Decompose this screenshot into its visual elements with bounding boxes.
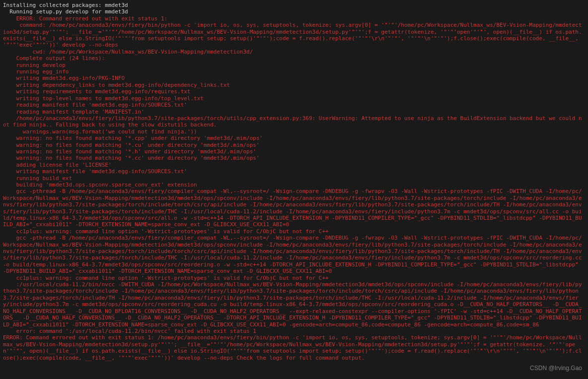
terminal-line: adding license file 'LICENSE' — [3, 162, 585, 168]
terminal-line: cc1plus: warning: command line option '-… — [3, 228, 585, 235]
terminal-line: cwd: /home/pc/Workspace/Nullmax_ws/BEV-V… — [3, 49, 585, 55]
terminal-line: gcc -pthread -B /home/pc/anaconda3/envs/… — [3, 188, 585, 228]
terminal-line: running build_ext — [3, 175, 585, 182]
terminal-line: writing manifest file 'mmdet3d.egg-info/… — [3, 168, 585, 175]
terminal-line: warnings.warn(msg.format('we could not f… — [3, 128, 585, 135]
terminal-line: running develop — [3, 62, 585, 68]
terminal-line: cc1plus: warning: command line option '-… — [3, 275, 585, 281]
terminal-line: warning: no files found matching '*.cpp'… — [3, 135, 585, 141]
terminal-line: writing requirements to mmdet3d.egg-info… — [3, 88, 585, 95]
terminal-line: Complete output (24 lines): — [3, 55, 585, 62]
terminal-line: command: /home/pc/anaconda3/envs/fiery/b… — [3, 22, 585, 49]
terminal-line: writing dependency_links to mmdet3d.egg-… — [3, 82, 585, 88]
terminal-line: Running setup.py develop for mmdet3d — [3, 8, 585, 15]
terminal-line: reading manifest file 'mmdet3d.egg-info/… — [3, 102, 585, 108]
terminal-line: warning: no files found matching '*.cc' … — [3, 155, 585, 161]
terminal-line: warning: no files found matching '*.cu' … — [3, 142, 585, 148]
terminal-line: writing top-level names to mmdet3d.egg-i… — [3, 95, 585, 102]
terminal-line: ERROR: Command errored out with exit sta… — [3, 15, 585, 22]
watermark-text: CSDN @Irving.Gao — [530, 365, 582, 372]
terminal-line: Installing collected packages: mmdet3d — [3, 2, 585, 8]
terminal-line: /home/pc/anaconda3/envs/fiery/lib/python… — [3, 115, 585, 128]
terminal-line: building 'mmdet3d.ops.spconv.sparse_conv… — [3, 182, 585, 188]
terminal-line: warning: no files found matching '*.h' u… — [3, 148, 585, 155]
terminal-line: reading manifest template 'MANIFEST.in' — [3, 109, 585, 115]
terminal-line: gcc -pthread -B /home/pc/anaconda3/envs/… — [3, 235, 585, 274]
terminal-output[interactable]: Installing collected packages: mmdet3d R… — [3, 2, 585, 361]
terminal-line: :/usr/local/cuda-11.2/bin/nvcc -DWITH_CU… — [3, 281, 585, 328]
terminal-line: error: command ':/usr/local/cuda-11.2/bi… — [3, 328, 585, 334]
terminal-line: writing mmdet3d.egg-info/PKG-INFO — [3, 75, 585, 81]
terminal-line: ERROR: Command errored out with exit sta… — [3, 334, 585, 361]
terminal-line: running egg_info — [3, 68, 585, 75]
